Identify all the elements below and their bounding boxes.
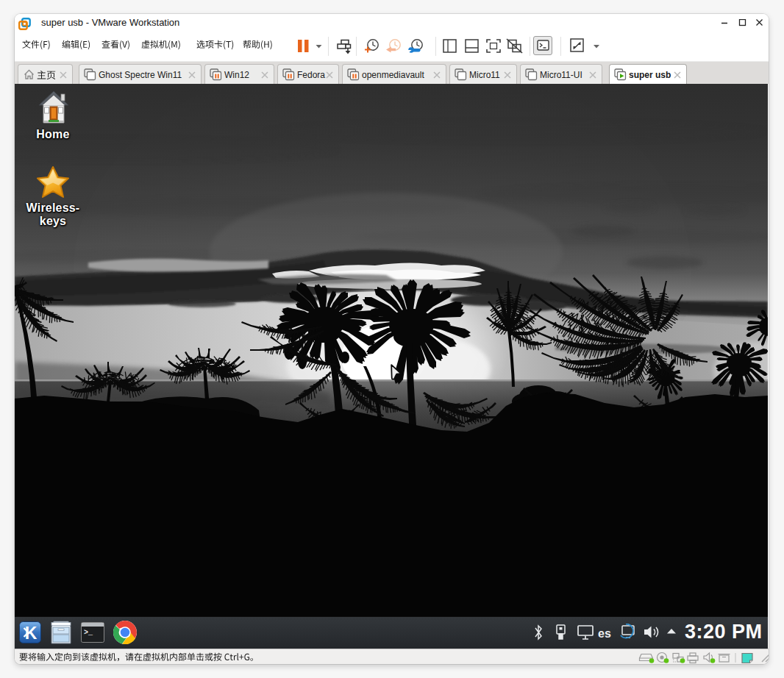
svg-text:es: es [598, 627, 611, 640]
svg-text:>_: >_ [84, 629, 93, 637]
